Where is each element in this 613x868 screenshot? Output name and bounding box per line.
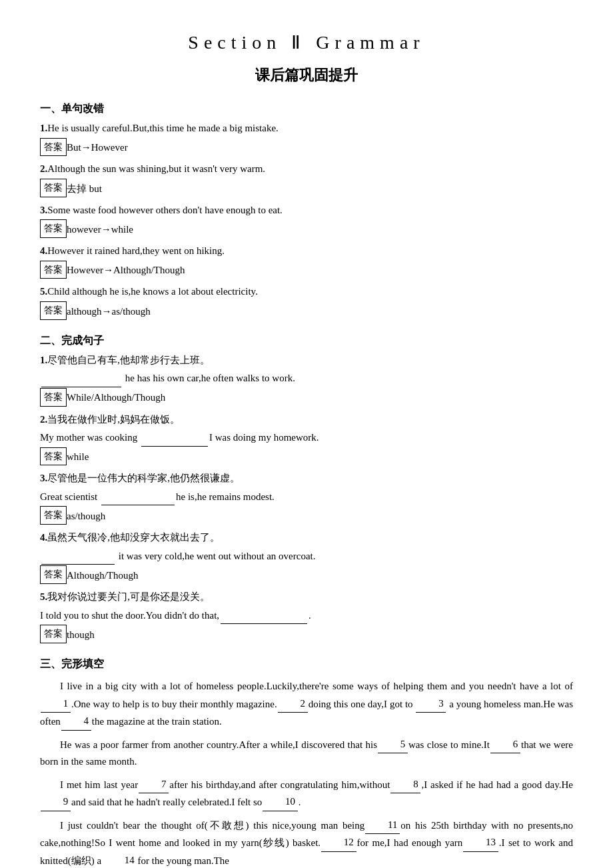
- s2q3-answer: 答案as/though: [40, 506, 573, 527]
- section2-q4: 4.虽然天气很冷,他却没穿大衣就出去了。 it was very cold,he…: [40, 529, 573, 586]
- s1q2-answer-text: 去掉 but: [67, 181, 102, 198]
- section-1: 一、单句改错 1.He is usually careful.But,this …: [40, 99, 573, 322]
- s2q4-answer: 答案Although/Though: [40, 565, 573, 586]
- page-subtitle: 课后篇巩固提升: [40, 63, 573, 87]
- section-2-heading: 二、完成句子: [40, 331, 573, 349]
- s2q4-english: it was very cold,he went out without an …: [40, 547, 573, 565]
- s1q1-answer-text: But→However: [67, 139, 128, 157]
- s1q2-answer: 答案去掉 but: [40, 179, 573, 199]
- s1q1-num: 1.: [40, 123, 47, 133]
- s2q5-answer-text: though: [67, 627, 95, 644]
- s2q5-answer: 答案though: [40, 625, 573, 645]
- blank-9: 9: [41, 793, 71, 811]
- blank-12: 12: [321, 834, 356, 852]
- s2q2-answer-label: 答案: [40, 447, 67, 466]
- s2q5-answer-label: 答案: [40, 625, 67, 643]
- section2-q2: 2.当我在做作业时,妈妈在做饭。 My mother was cooking I…: [40, 411, 573, 468]
- blank-8: 8: [390, 776, 420, 794]
- section1-q3: 3.Some waste food however others don't h…: [40, 202, 573, 240]
- section1-q5: 5.Child although he is,he knows a lot ab…: [40, 283, 573, 321]
- section3-para3: I met him last year 7 after his birthday…: [40, 776, 573, 811]
- s1q3-text: 3.Some waste food however others don't h…: [40, 202, 573, 219]
- section1-q1: 1.He is usually careful.But,this time he…: [40, 120, 573, 158]
- s2q2-chinese: 2.当我在做作业时,妈妈在做饭。: [40, 411, 573, 429]
- s1q1-answer: 答案But→However: [40, 138, 573, 159]
- s2q1-answer-text: While/Although/Though: [67, 389, 165, 407]
- s1q3-num: 3.: [40, 205, 47, 215]
- blank-10: 10: [263, 793, 298, 811]
- section3-para4: I just couldn't bear the thought of(不敢想)…: [40, 817, 573, 868]
- s2q3-answer-text: as/though: [67, 508, 105, 525]
- s1q2-num: 2.: [40, 163, 47, 174]
- s1q2-text: 2.Although the sun was shining,but it wa…: [40, 161, 573, 178]
- section1-q2: 2.Although the sun was shining,but it wa…: [40, 161, 573, 199]
- section-3: 三、完形填空 I live in a big city with a lot o…: [40, 655, 573, 868]
- s2q3-blank: [101, 488, 175, 506]
- s2q2-english: My mother was cooking I was doing my hom…: [40, 429, 573, 447]
- blank-13: 13: [463, 834, 498, 852]
- s1q5-answer: 答案although→as/though: [40, 301, 573, 322]
- s2q4-answer-text: Although/Though: [67, 567, 139, 585]
- s2q5-chinese: 5.我对你说过要关门,可是你还是没关。: [40, 589, 573, 606]
- s1q5-text: 5.Child although he is,he knows a lot ab…: [40, 283, 573, 301]
- s1q5-num: 5.: [40, 286, 47, 297]
- section1-q4: 4.However it rained hard,they went on hi…: [40, 243, 573, 281]
- blank-2: 2: [278, 695, 308, 713]
- s2q2-answer-text: while: [67, 449, 89, 466]
- section3-para2: He was a poor farmer from another countr…: [40, 736, 573, 771]
- s2q1-english: he has his own car,he often walks to wor…: [40, 369, 573, 387]
- blank-5: 5: [378, 736, 408, 754]
- s2q4-chinese: 4.虽然天气很冷,他却没穿大衣就出去了。: [40, 529, 573, 547]
- section-1-heading: 一、单句改错: [40, 99, 573, 117]
- blank-1: 1: [41, 695, 71, 713]
- s1q4-answer-label: 答案: [40, 261, 67, 279]
- s1q3-answer-text: however→while: [67, 221, 133, 239]
- s2q2-blank: [141, 429, 208, 447]
- section-2: 二、完成句子 1.尽管他自己有车,他却常步行去上班。 he has his ow…: [40, 331, 573, 645]
- blank-11: 11: [365, 817, 400, 835]
- section2-q1: 1.尽管他自己有车,他却常步行去上班。 he has his own car,h…: [40, 352, 573, 409]
- s1q2-answer-label: 答案: [40, 179, 67, 197]
- section2-q5: 5.我对你说过要关门,可是你还是没关。 I told you to shut t…: [40, 589, 573, 645]
- s1q4-answer: 答案However→Although/Though: [40, 261, 573, 281]
- blank-6: 6: [490, 736, 520, 754]
- s2q3-answer-label: 答案: [40, 506, 67, 525]
- s2q5-blank: [221, 607, 307, 625]
- s2q5-english: I told you to shut the door.You didn't d…: [40, 607, 573, 625]
- s2q1-answer-label: 答案: [40, 388, 67, 407]
- blank-14: 14: [102, 852, 137, 868]
- blank-4: 4: [61, 713, 91, 731]
- page-title: Section Ⅱ Grammar: [40, 27, 573, 59]
- section2-q3: 3.尽管他是一位伟大的科学家,他仍然很谦虚。 Great scientist h…: [40, 470, 573, 527]
- s2q3-english: Great scientist he is,he remains modest.: [40, 488, 573, 506]
- s1q4-text: 4.However it rained hard,they went on hi…: [40, 243, 573, 260]
- s1q5-answer-text: although→as/though: [67, 303, 151, 321]
- section-3-heading: 三、完形填空: [40, 655, 573, 673]
- s2q1-blank: [41, 369, 121, 387]
- s1q3-answer-label: 答案: [40, 219, 67, 238]
- s2q1-chinese: 1.尽管他自己有车,他却常步行去上班。: [40, 352, 573, 369]
- s2q4-blank: [41, 547, 115, 565]
- s1q3-answer: 答案however→while: [40, 219, 573, 240]
- s1q4-answer-text: However→Although/Though: [67, 262, 185, 279]
- blank-3: 3: [416, 695, 446, 713]
- s1q4-num: 4.: [40, 245, 47, 256]
- section3-para1: I live in a big city with a lot of homel…: [40, 678, 573, 731]
- s2q4-answer-label: 答案: [40, 565, 67, 584]
- s2q2-answer: 答案while: [40, 447, 573, 468]
- blank-7: 7: [139, 776, 169, 794]
- s2q1-answer: 答案While/Although/Though: [40, 388, 573, 409]
- s1q5-answer-label: 答案: [40, 301, 67, 320]
- s2q3-chinese: 3.尽管他是一位伟大的科学家,他仍然很谦虚。: [40, 470, 573, 487]
- s1q1-text: 1.He is usually careful.But,this time he…: [40, 120, 573, 137]
- s1q1-answer-label: 答案: [40, 138, 67, 157]
